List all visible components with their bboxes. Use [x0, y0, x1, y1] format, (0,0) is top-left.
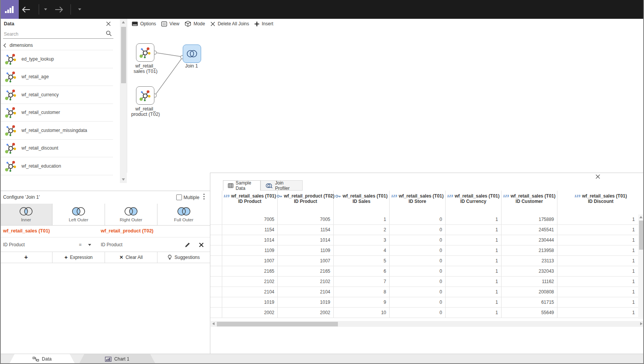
table-cell: 8 [334, 287, 390, 297]
scroll-left-icon[interactable] [212, 322, 215, 325]
data-source-label: wf_retail_customer_missingdata [21, 128, 87, 133]
operator-dropdown-icon[interactable] [88, 244, 91, 246]
left-field[interactable]: ID Product [3, 242, 25, 247]
data-source-item[interactable]: wf_retail_education [0, 157, 113, 175]
column-header[interactable]: 123wf_retail_sales (T01)ID Currency [446, 191, 501, 214]
tab-join-profiler[interactable]: Join Profiler [261, 180, 303, 191]
number-type-icon: 123 [574, 193, 580, 199]
add-expression-button[interactable]: + Expression [52, 252, 105, 263]
table-cell: 1 [557, 225, 644, 235]
footer-tab-data[interactable]: Data [9, 354, 75, 364]
table-cell: 2104 [278, 287, 334, 297]
table-row: 115411542012455411 [210, 225, 644, 235]
data-source-item[interactable]: wf_retail_currency [0, 86, 113, 104]
table-row: 700570051011758891 [210, 214, 644, 225]
multiple-checkbox[interactable] [176, 194, 182, 200]
join-type-full[interactable]: Full Outer [157, 204, 210, 225]
app-logo[interactable] [0, 0, 19, 19]
table-cell: 1 [446, 277, 501, 287]
column-header[interactable]: 123wf_retail_sales (T01)ID Product [222, 191, 278, 214]
table-cell: 0 [390, 277, 446, 287]
join-type-selector: InnerLeft OuterRight OuterFull Outer [0, 204, 210, 226]
breadcrumb-dimensions[interactable]: dimensions [3, 41, 33, 49]
scrollbar-thumb[interactable] [639, 221, 643, 250]
back-arrow-icon [22, 7, 30, 13]
tab-sample-data[interactable]: Sample Data [223, 180, 261, 191]
node-wf-retail-sales[interactable] [136, 43, 154, 62]
column-field-name: ID Store [390, 199, 445, 204]
data-flow-icon [33, 357, 39, 362]
bar-chart-icon [105, 357, 111, 362]
table-cell: 2165 [278, 266, 334, 276]
table-cell: 2002 [222, 308, 278, 318]
suggestions-button[interactable]: Suggestions [157, 252, 210, 263]
kebab-menu-icon[interactable] [203, 194, 205, 201]
column-table-name: wf_retail_sales (T01) [582, 193, 627, 199]
data-source-item[interactable]: wf_retail_discount [0, 140, 113, 158]
table-cell: 0 [390, 266, 446, 276]
table-cell: 1154 [278, 225, 334, 235]
table-cell: 6 [334, 266, 390, 276]
add-condition-button[interactable]: + [0, 252, 52, 263]
join-type-label: Right Outer [120, 217, 143, 222]
table-cell: 2104 [222, 287, 278, 297]
join-type-inner[interactable]: Inner [0, 204, 52, 225]
right-field[interactable]: ID Product [101, 242, 123, 247]
data-source-item[interactable]: wf_retail_age [0, 68, 113, 86]
back-history-dropdown[interactable] [44, 8, 47, 10]
column-header[interactable]: wf_retail_product (T02)ID Product [278, 191, 334, 214]
join-type-right[interactable]: Right Outer [105, 204, 157, 225]
right-table-name: wf_retail_product (T02) [101, 228, 154, 234]
operator-value[interactable]: = [79, 242, 82, 247]
back-button[interactable] [21, 5, 31, 15]
column-table-name: wf_retail_sales (T01) [231, 193, 276, 199]
remove-condition-icon[interactable] [199, 242, 204, 247]
table-cell: 23113 [501, 256, 557, 266]
data-source-item[interactable]: ed_type_lookup [0, 50, 113, 68]
table-cell: 2165 [222, 266, 278, 276]
table-row: 21022102701111621 [210, 277, 644, 287]
data-source-item[interactable]: wf_retail_customer_missingdata [0, 122, 113, 140]
close-icon[interactable] [106, 21, 111, 26]
table-cell: 2 [334, 225, 390, 235]
data-panel-scrollbar[interactable] [120, 19, 127, 183]
scroll-right-icon[interactable] [640, 322, 642, 325]
scroll-down-icon[interactable] [122, 178, 125, 181]
column-header[interactable]: 123wf_retail_sales (T01)ID Discount [557, 191, 644, 214]
clear-all-button[interactable]: ✕ Clear All [105, 252, 157, 263]
column-header[interactable]: 123wf_retail_sales (T01)ID Store [390, 191, 446, 214]
scrollbar-thumb[interactable] [121, 27, 126, 83]
scroll-up-icon[interactable] [639, 216, 642, 218]
close-icon[interactable] [595, 174, 600, 179]
join-type-left[interactable]: Left Outer [52, 204, 105, 225]
number-type-icon: 123 [223, 193, 229, 199]
node-wf-retail-product[interactable] [136, 86, 154, 105]
data-source-label: wf_retail_currency [21, 92, 59, 97]
table-vertical-scrollbar[interactable] [638, 214, 644, 319]
scroll-up-icon[interactable] [122, 21, 125, 23]
scrollbar-thumb[interactable] [217, 322, 338, 326]
table-cell: 1019 [278, 297, 334, 307]
table-cell: 2102 [278, 277, 334, 287]
column-header[interactable]: 123wf_retail_sales (T01)ID Customer [501, 191, 557, 214]
search-input[interactable] [3, 30, 104, 38]
table-horizontal-scrollbar[interactable] [211, 321, 644, 327]
column-header[interactable]: wf_retail_sales (T01)ID Sales [334, 191, 390, 214]
data-source-icon [5, 160, 17, 172]
data-source-label: wf_retail_age [21, 74, 49, 79]
node-join-1[interactable] [183, 44, 201, 63]
table-cell: 0 [390, 235, 446, 245]
table-cell: 2002 [278, 308, 334, 318]
data-source-item[interactable]: wf_retail_customer [0, 104, 113, 122]
footer-tab-chart-1[interactable]: Chart 1 [79, 354, 156, 364]
forward-history-dropdown[interactable] [78, 8, 81, 10]
table-cell: 1154 [222, 225, 278, 235]
search-icon[interactable] [106, 30, 112, 36]
forward-button[interactable] [54, 5, 64, 15]
edit-pencil-icon[interactable] [185, 242, 190, 248]
join-canvas[interactable]: Options View Mode Delete All Joins [127, 19, 644, 173]
search-field [3, 29, 113, 39]
table-cell: 1 [557, 214, 644, 224]
table-cell: 5 [334, 256, 390, 266]
data-source-icon [5, 89, 17, 101]
